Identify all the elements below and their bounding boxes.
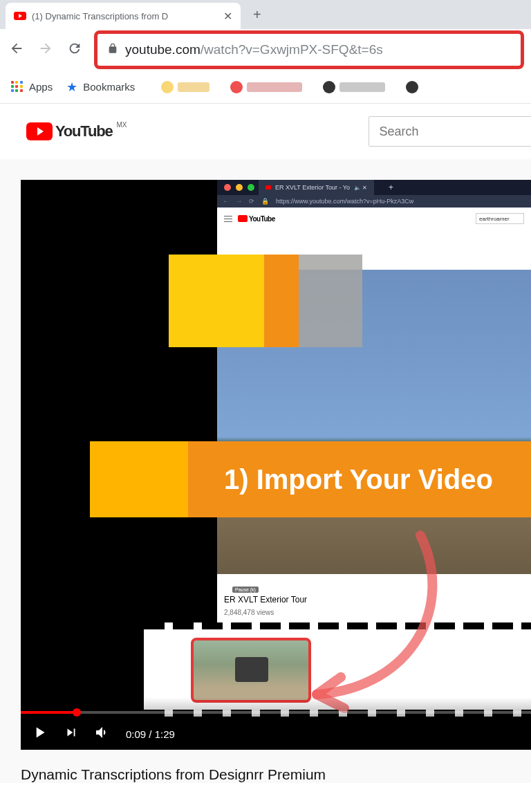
url-path: /watch?v=GxwjmPX-SFQ&t=6s [201, 42, 383, 57]
overlay-banner: 1) Import Your Video [90, 441, 531, 517]
youtube-play-icon [26, 122, 53, 140]
volume-button[interactable] [94, 724, 111, 744]
inner-search-input: earthroamer [476, 213, 524, 224]
inner-browser: ER XVLT Exterior Tour - Yo 🔈 ✕ + ← → ⟳ 🔒… [217, 180, 531, 636]
youtube-favicon-icon [14, 12, 26, 20]
search-input[interactable] [369, 116, 531, 147]
bookmark-item[interactable] [230, 81, 302, 93]
apps-button[interactable]: Apps [11, 81, 53, 93]
url-text: youtube.com/watch?v=GxwjmPX-SFQ&t=6s [125, 42, 383, 57]
browser-tab[interactable]: (1) Dynamic Transcriptions from D ✕ [6, 3, 241, 29]
bookmark-items [161, 81, 418, 93]
inner-url-bar: ← → ⟳ 🔒 https://www.youtube.com/watch?v=… [217, 195, 531, 207]
filmstrip-thumbnail [191, 638, 311, 703]
video-player[interactable]: ER XVLT Exterior Tour - Yo 🔈 ✕ + ← → ⟳ 🔒… [21, 180, 531, 750]
inner-reload-icon: ⟳ [249, 198, 254, 205]
overlay-yellow-block [169, 255, 264, 347]
overlay-orange-strip [264, 255, 299, 347]
arrow-left-icon [9, 41, 24, 56]
forward-button[interactable] [36, 41, 55, 59]
overlay-gray-block [299, 255, 362, 347]
inner-youtube-logo: YouTube [238, 215, 275, 223]
new-tab-button[interactable]: + [253, 7, 261, 23]
play-button[interactable] [30, 723, 48, 744]
inner-pause-tooltip: Pause (k) [232, 587, 259, 593]
search-container [369, 116, 531, 147]
bookmarks-button[interactable]: ★ Bookmarks [66, 80, 135, 95]
inner-forward-icon: → [236, 198, 242, 205]
inner-back-icon: ← [223, 198, 229, 205]
browser-toolbar: youtube.com/watch?v=GxwjmPX-SFQ&t=6s [0, 29, 531, 71]
next-button[interactable] [64, 725, 79, 743]
back-button[interactable] [7, 41, 26, 59]
youtube-wordmark: YouTube [55, 122, 112, 140]
reload-icon [67, 41, 82, 56]
youtube-header: YouTube MX [0, 104, 531, 159]
inner-hamburger-icon [224, 216, 232, 222]
close-tab-icon[interactable]: ✕ [223, 10, 232, 23]
video-title: Dynamic Transcriptions from Designrr Pre… [21, 750, 531, 783]
bookmark-item[interactable] [161, 81, 209, 93]
bookmark-item[interactable] [323, 81, 385, 93]
video-area: ER XVLT Exterior Tour - Yo 🔈 ✕ + ← → ⟳ 🔒… [0, 159, 531, 783]
progress-fill [21, 711, 77, 714]
inner-url-text: https://www.youtube.com/watch?v=pHu-PkzA… [276, 198, 413, 205]
region-code: MX [116, 121, 127, 129]
bookmarks-bar: Apps ★ Bookmarks [0, 71, 531, 104]
tab-title: (1) Dynamic Transcriptions from D [32, 11, 218, 21]
player-controls: 0:09 / 1:29 [30, 723, 175, 744]
url-bar[interactable]: youtube.com/watch?v=GxwjmPX-SFQ&t=6s [94, 30, 524, 69]
lock-icon [107, 43, 118, 57]
duration: 1:29 [155, 728, 175, 740]
star-icon: ★ [66, 80, 77, 95]
overlay-banner-text: 1) Import Your Video [188, 441, 531, 517]
inner-lock-icon: 🔒 [261, 198, 269, 205]
time-display: 0:09 / 1:29 [126, 728, 175, 740]
inner-browser-tab: ER XVLT Exterior Tour - Yo 🔈 ✕ [259, 180, 374, 195]
bookmark-item[interactable] [406, 81, 418, 93]
current-time: 0:09 [126, 728, 146, 740]
bookmarks-label: Bookmarks [83, 81, 135, 93]
arrow-right-icon [38, 41, 53, 56]
inner-video-views: 2,848,478 views [224, 609, 274, 616]
inner-youtube-header: YouTube earthroamer [217, 207, 531, 230]
inner-tab-title: ER XVLT Exterior Tour - Yo [275, 184, 350, 191]
youtube-logo[interactable]: YouTube MX [26, 122, 125, 140]
reload-button[interactable] [65, 41, 84, 59]
browser-tab-bar: (1) Dynamic Transcriptions from D ✕ + [0, 0, 531, 29]
apps-label: Apps [29, 81, 53, 93]
inner-tab-icons: 🔈 ✕ [354, 185, 367, 191]
url-domain: youtube.com [125, 42, 201, 57]
inner-video-title: ER XVLT Exterior Tour [224, 595, 307, 605]
inner-new-tab-icon: + [389, 183, 393, 192]
progress-bar[interactable] [21, 711, 531, 714]
overlay-banner-yellow [90, 441, 188, 517]
apps-grid-icon [11, 81, 24, 93]
